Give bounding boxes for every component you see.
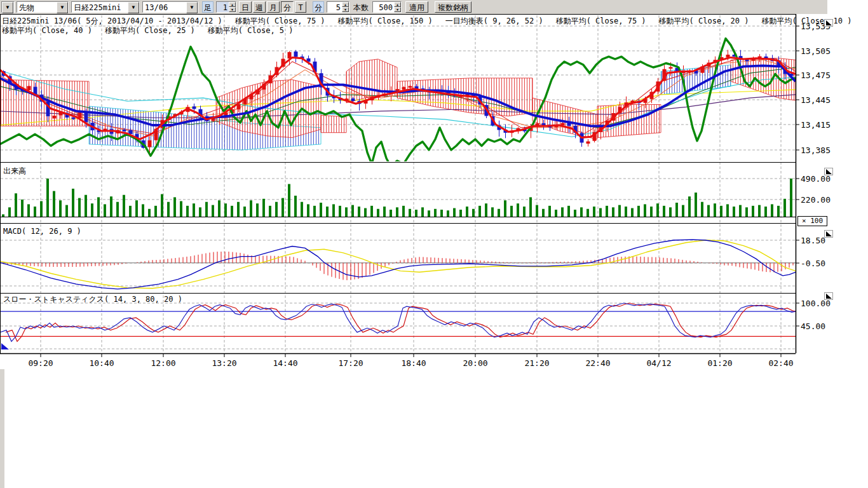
period-button-tick[interactable]: T (295, 1, 306, 13)
legend-item-ma75b: 移動平均( Close, 75 ) (556, 17, 646, 25)
svg-text:04/12: 04/12 (646, 358, 671, 368)
legend-item-ma10: 移動平均( Close, 10 ) (762, 17, 852, 25)
legend-row-2: 移動平均( Close, 40 )移動平均( Close, 25 )移動平均( … (2, 25, 306, 36)
ashi-spinner-value: 1 (217, 2, 229, 12)
minute-spinner-value: 5 (327, 2, 342, 12)
svg-text:09:20: 09:20 (28, 358, 53, 368)
collapse-triangle-icon (826, 294, 832, 299)
chevron-down-icon[interactable]: ▼ (2, 2, 13, 13)
pane-resize-arrow-icon[interactable] (1, 343, 9, 349)
multi-symbol-button[interactable]: 複数銘柄 (435, 1, 471, 13)
chart-svg[interactable]: 13,53513,50513,47513,44513,41513,385490.… (0, 14, 868, 488)
legend-item-ma5: 移動平均( Close, 5 ) (208, 26, 294, 35)
chart-window: ▼ 先物 ▼ 日経225mini ▼ 13/06 ▼ 足 1 ▲▼ 日 週 月 … (0, 0, 868, 488)
svg-text:10:40: 10:40 (89, 358, 114, 368)
mini-combo[interactable]: ▼ (1, 1, 15, 13)
collapse-triangle-icon (826, 20, 832, 25)
legend-item-ma40: 移動平均( Close, 40 ) (2, 26, 92, 35)
collapse-price-pane-button[interactable] (824, 19, 833, 27)
bars-spinner[interactable]: 500 ▲▼ (372, 1, 402, 13)
contract-month-combo[interactable]: 13/06 ▼ (142, 1, 198, 13)
bars-spinner-value: 500 (373, 2, 394, 12)
toolbar: ▼ 先物 ▼ 日経225mini ▼ 13/06 ▼ 足 1 ▲▼ 日 週 月 … (0, 0, 827, 14)
period-button-day[interactable]: 日 (239, 1, 252, 13)
instrument-value: 先物 (17, 2, 57, 12)
svg-text:12:00: 12:00 (151, 358, 175, 368)
volume-multiplier-badge: × 100 (797, 216, 827, 226)
contract-month-value: 13/06 (143, 2, 186, 12)
volume-pane-title: 出来高 (3, 166, 26, 177)
svg-text:18:40: 18:40 (401, 358, 426, 368)
spin-up-icon[interactable]: ▲ (394, 2, 401, 7)
legend-item-ma25: 移動平均( Close, 25 ) (105, 26, 195, 35)
svg-text:13,445: 13,445 (801, 95, 831, 105)
svg-text:01:20: 01:20 (707, 358, 732, 368)
left-edge-strip (0, 369, 4, 488)
ashi-label: 足 (202, 1, 214, 13)
minute-label: 分 (313, 1, 324, 13)
svg-text:45.00: 45.00 (801, 322, 825, 331)
spin-down-icon[interactable]: ▼ (394, 7, 401, 12)
collapse-triangle-icon (826, 169, 832, 174)
svg-text:220.00: 220.00 (801, 195, 831, 205)
svg-text:13,415: 13,415 (801, 120, 831, 130)
svg-text:13,505: 13,505 (801, 46, 831, 56)
bars-label: 本数 (353, 1, 369, 13)
collapse-stoch-pane-button[interactable] (824, 292, 833, 300)
svg-text:18.50: 18.50 (801, 236, 825, 245)
svg-text:13,385: 13,385 (801, 146, 831, 155)
spin-down-icon[interactable]: ▼ (229, 7, 236, 12)
stoch-pane-title: スロー・ストキャスティクス( 14, 3, 80, 20 ) (3, 294, 182, 305)
spin-up-icon[interactable]: ▲ (342, 2, 349, 7)
legend-item-ma75: 移動平均( Close, 75 ) (235, 17, 325, 25)
legend-item-ichimoku: 一目均衡表( 9, 26, 52 ) (445, 17, 543, 25)
svg-text:02:40: 02:40 (768, 358, 793, 368)
collapse-triangle-icon (826, 231, 832, 236)
collapse-volume-pane-button[interactable] (824, 168, 833, 175)
chevron-down-icon[interactable]: ▼ (186, 2, 198, 13)
apply-button[interactable]: 適用 (405, 1, 428, 13)
period-button-month[interactable]: 月 (267, 1, 280, 13)
svg-text:14:40: 14:40 (273, 358, 297, 368)
svg-text:20:00: 20:00 (463, 358, 487, 368)
period-button-minute[interactable]: 分 (281, 1, 294, 13)
legend-item-ma20: 移動平均( Close, 20 ) (659, 17, 749, 25)
spin-up-icon[interactable]: ▲ (229, 2, 236, 7)
chevron-down-icon[interactable]: ▼ (128, 2, 139, 13)
svg-text:17:20: 17:20 (338, 358, 363, 368)
symbol-value: 日経225mini (72, 2, 128, 12)
legend-item-ma150: 移動平均( Close, 150 ) (338, 17, 433, 25)
instrument-combo[interactable]: 先物 ▼ (17, 1, 69, 13)
symbol-combo[interactable]: 日経225mini ▼ (71, 1, 140, 13)
legend-item-series: 日経225mini 13/06( 5分, 2013/04/10 - 2013/0… (2, 17, 222, 25)
ashi-spinner[interactable]: 1 ▲▼ (216, 1, 236, 13)
svg-text:13:20: 13:20 (212, 358, 236, 368)
macd-pane-title: MACD( 12, 26, 9 ) (3, 227, 81, 236)
svg-text:21:20: 21:20 (524, 358, 549, 368)
period-button-week[interactable]: 週 (253, 1, 266, 13)
svg-text:-0.50: -0.50 (801, 259, 825, 268)
minute-spinner[interactable]: 5 ▲▼ (327, 1, 349, 13)
chevron-down-icon[interactable]: ▼ (57, 2, 68, 13)
svg-text:22:40: 22:40 (585, 358, 610, 368)
collapse-macd-pane-button[interactable] (824, 230, 833, 238)
spin-down-icon[interactable]: ▼ (342, 7, 349, 12)
svg-text:13,475: 13,475 (801, 71, 831, 80)
